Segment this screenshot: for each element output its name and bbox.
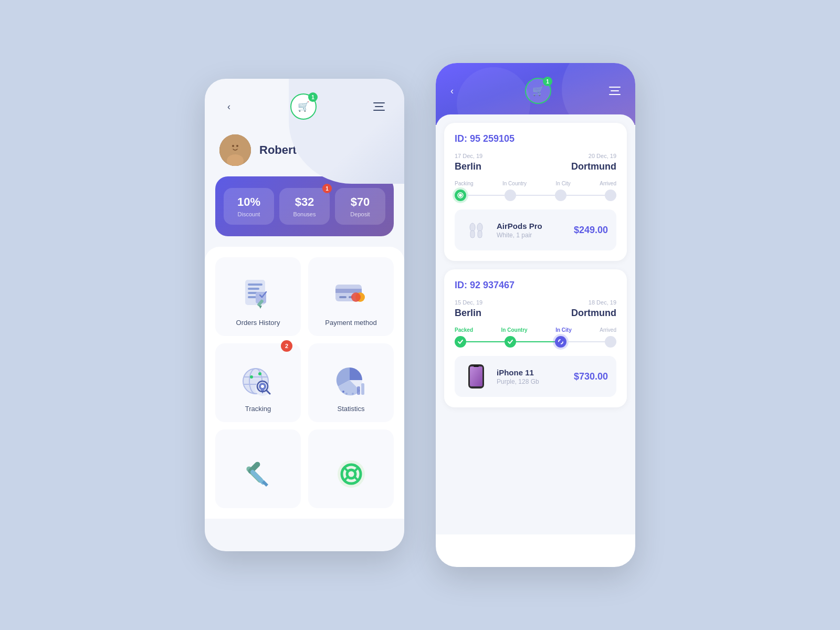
product-img-2 [463, 363, 489, 390]
menu-line-2 [375, 106, 383, 107]
step-incountry: In Country [502, 181, 527, 186]
svg-rect-18 [339, 296, 346, 298]
svg-point-40 [349, 392, 351, 394]
to-date-2: 18 Dec, 19 [571, 299, 616, 306]
tools-item[interactable] [215, 429, 301, 508]
from-date-1: 17 Dec, 19 [455, 153, 482, 159]
check-icon-2 [507, 339, 513, 345]
svg-rect-37 [361, 383, 364, 395]
product-detail-2: Purple, 128 Gb [497, 378, 566, 385]
order-card-2: ID: 92 937467 15 Dec, 19 Berlin 18 Dec, … [444, 269, 627, 407]
tools-icon [237, 456, 279, 492]
line-1-2 [466, 195, 505, 196]
dot-2-3 [555, 336, 566, 348]
dot-1-4 [605, 190, 616, 201]
to-city-2: Dortmund [571, 308, 616, 319]
order-card-1: ID: 95 259105 17 Dec, 19 Berlin 20 Dec, … [444, 123, 627, 261]
right-menu-button[interactable] [609, 87, 621, 95]
tracking-icon [237, 362, 279, 398]
to-date-1: 20 Dec, 19 [571, 153, 616, 159]
deposit-label: Deposit [340, 211, 380, 217]
svg-rect-56 [470, 230, 475, 238]
step2-incity: In City [555, 327, 572, 333]
product-card-1: AirPods Pro White, 1 pair $249.00 [455, 209, 616, 250]
tracking-bar-1: Packing In Country In City Arrived [455, 181, 616, 201]
dot-2-4 [605, 336, 616, 348]
dot-1-2 [505, 190, 516, 201]
avatar [219, 134, 251, 166]
dot-2-2 [505, 336, 516, 348]
line-3-4 [566, 195, 605, 196]
right-header-row: ‹ 🛒 1 [450, 78, 621, 104]
svg-point-38 [342, 391, 344, 393]
tracking-icon-svg [240, 363, 277, 397]
support-icon-svg [333, 457, 370, 491]
step2-incountry: In Country [501, 327, 528, 333]
svg-rect-62 [470, 366, 482, 386]
from-city-2: Berlin [455, 308, 482, 319]
bonuses-badge: 1 [322, 184, 332, 193]
menu-line-1 [373, 102, 385, 103]
back-button[interactable]: ‹ [219, 97, 238, 116]
orders-icon [237, 276, 279, 312]
svg-point-3 [230, 142, 240, 152]
tracking-labels-1: Packing In Country In City Arrived [455, 181, 616, 186]
orders-history-item[interactable]: Orders History [215, 257, 301, 336]
deposit-value: $70 [340, 195, 380, 209]
tools-icon-svg [240, 457, 277, 491]
svg-point-53 [459, 194, 462, 197]
tracking-item[interactable]: 2 [215, 343, 301, 422]
order-id-1: ID: 95 259105 [455, 133, 616, 144]
product-price-2: $730.00 [574, 371, 608, 382]
payment-icon [330, 276, 372, 312]
statistics-label: Statistics [337, 405, 364, 413]
svg-rect-58 [478, 230, 482, 238]
svg-rect-63 [474, 365, 479, 367]
right-menu-line-2 [611, 90, 619, 91]
tracking-labels-2: Packed In Country In City Arrived [455, 327, 616, 333]
step2-arrived: Arrived [600, 327, 616, 333]
tracking-badge: 2 [281, 340, 292, 352]
airpods-icon [463, 217, 489, 243]
menu-grid: Orders History Payment method [205, 247, 404, 519]
statistics-item[interactable]: Statistics [308, 343, 394, 422]
screens-container: ‹ 🛒 1 [205, 63, 635, 567]
product-price-1: $249.00 [574, 225, 608, 236]
cart-button[interactable]: 🛒 1 [290, 93, 317, 120]
bonuses-label: Bonuses [285, 211, 324, 217]
tracking-bar-2: Packed In Country In City Arrived [455, 327, 616, 348]
line2-1-2 [466, 341, 505, 342]
dot-2-1 [455, 336, 466, 348]
left-phone: ‹ 🛒 1 [205, 79, 404, 551]
cart-badge: 1 [308, 92, 318, 102]
statistics-icon-svg [333, 363, 370, 397]
support-icon [330, 456, 372, 492]
left-header: ‹ 🛒 1 [205, 79, 404, 120]
dot-1-1 [455, 190, 466, 201]
svg-rect-17 [335, 289, 362, 293]
line2-3-4 [566, 341, 605, 342]
deposit-stat[interactable]: $70 Deposit [335, 188, 385, 225]
step-arrived: Arrived [600, 181, 616, 186]
right-cart-button[interactable]: 🛒 1 [525, 78, 551, 104]
right-cart-badge: 1 [543, 77, 552, 86]
menu-button[interactable] [369, 96, 390, 117]
bonuses-stat[interactable]: 1 $32 Bonuses [279, 188, 330, 225]
support-item[interactable] [308, 429, 394, 508]
payment-method-item[interactable]: Payment method [308, 257, 394, 336]
discount-stat[interactable]: 10% Discount [224, 188, 274, 225]
svg-marker-15 [259, 306, 262, 309]
svg-point-33 [250, 375, 253, 379]
cart-icon: 🛒 [298, 101, 309, 112]
product-info-1: AirPods Pro White, 1 pair [497, 222, 566, 239]
tracking-line-2 [455, 336, 616, 348]
line-2-3 [516, 195, 554, 196]
product-img-1 [463, 217, 489, 243]
to-point-1: 20 Dec, 19 Dortmund [571, 153, 616, 172]
tracking-line-1 [455, 190, 616, 201]
product-detail-1: White, 1 pair [497, 232, 566, 239]
from-city-1: Berlin [455, 161, 482, 172]
product-card-2: iPhone 11 Purple, 128 Gb $730.00 [455, 356, 616, 397]
menu-line-3 [373, 110, 385, 111]
right-back-button[interactable]: ‹ [450, 86, 467, 97]
